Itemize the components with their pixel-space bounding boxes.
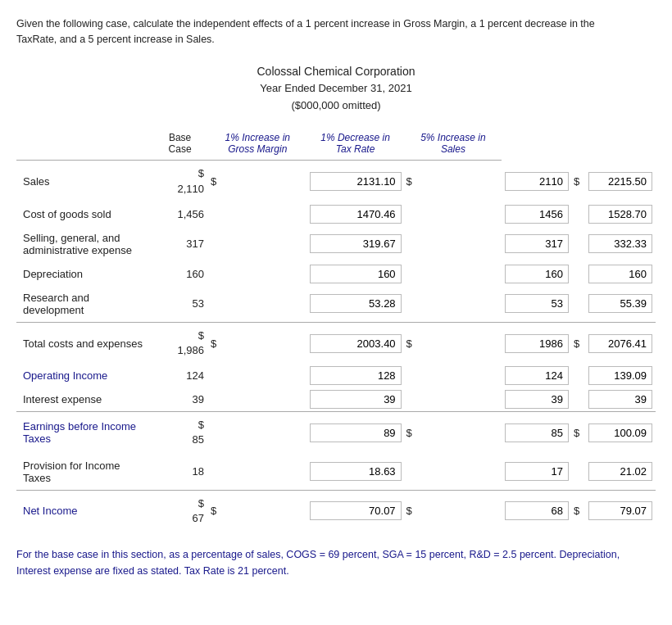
base-val-rnd: 53 <box>151 286 209 323</box>
sales-input-cell-ebt[interactable] <box>585 412 656 454</box>
tax-input-intexp[interactable] <box>505 390 569 409</box>
gross-dollar-intexp <box>209 387 306 412</box>
base-val-total: $1,986 <box>151 322 209 364</box>
gross-input-cell-total[interactable] <box>306 322 405 364</box>
tax-input-ebt[interactable] <box>505 423 569 442</box>
tax-input-cell-total[interactable] <box>502 322 572 364</box>
gross-input-sga[interactable] <box>310 234 402 253</box>
tax-input-sga[interactable] <box>505 234 569 253</box>
tax-dollar-tax <box>405 454 502 491</box>
sales-input-ebt[interactable] <box>588 423 652 442</box>
gross-input-intexp[interactable] <box>310 390 402 409</box>
row-label-sga: Selling, general, and administrative exp… <box>16 226 151 262</box>
gross-input-cell-netinc[interactable] <box>306 490 405 532</box>
gross-dollar-dep <box>209 262 306 286</box>
sales-dollar-ebt: $ <box>572 412 585 454</box>
sales-dollar-opinc <box>572 364 585 387</box>
tax-input-cogs[interactable] <box>505 205 569 224</box>
gross-input-dep[interactable] <box>310 265 402 283</box>
tax-input-cell-netinc[interactable] <box>502 490 572 532</box>
base-val-intexp: 39 <box>151 387 209 412</box>
sales-input-total[interactable] <box>588 334 652 353</box>
gross-input-cell-sga[interactable] <box>306 226 405 262</box>
tax-input-sales[interactable] <box>505 172 569 191</box>
gross-input-cell-ebt[interactable] <box>306 412 405 454</box>
row-label-rnd: Research and development <box>16 286 151 323</box>
sales-input-cell-sales[interactable] <box>585 161 656 202</box>
sales-input-cell-cogs[interactable] <box>585 202 656 226</box>
gross-input-total[interactable] <box>310 334 402 353</box>
sales-input-cell-sga[interactable] <box>585 226 656 262</box>
base-val-cogs: 1,456 <box>151 202 209 226</box>
sales-dollar-sales: $ <box>572 161 585 202</box>
sales-input-dep[interactable] <box>588 265 652 283</box>
gross-input-tax[interactable] <box>310 462 402 481</box>
sales-input-cell-total[interactable] <box>585 322 656 364</box>
gross-input-sales[interactable] <box>310 172 402 191</box>
sales-input-rnd[interactable] <box>588 294 652 313</box>
year-line: Year Ended December 31, 2021 <box>16 80 656 97</box>
gross-dollar-netinc: $ <box>209 490 306 532</box>
gross-input-cogs[interactable] <box>310 205 402 224</box>
tax-input-cell-rnd[interactable] <box>502 286 572 323</box>
sales-dollar-rnd <box>572 286 585 323</box>
tax-input-cell-sga[interactable] <box>502 226 572 262</box>
gross-input-rnd[interactable] <box>310 294 402 313</box>
sales-input-intexp[interactable] <box>588 390 652 409</box>
sales-input-cell-netinc[interactable] <box>585 490 656 532</box>
gross-input-cell-dep[interactable] <box>306 262 405 286</box>
sales-input-tax[interactable] <box>588 462 652 481</box>
tax-input-cell-opinc[interactable] <box>502 364 572 387</box>
gross-input-netinc[interactable] <box>310 501 402 520</box>
gross-input-opinc[interactable] <box>310 366 402 385</box>
sales-input-cell-tax[interactable] <box>585 454 656 491</box>
tax-dollar-netinc: $ <box>405 490 502 532</box>
tax-input-tax[interactable] <box>505 462 569 481</box>
tax-dollar-intexp <box>405 387 502 412</box>
col-header-label <box>16 127 151 161</box>
gross-input-cell-opinc[interactable] <box>306 364 405 387</box>
col-header-tax: 1% Decrease in Tax Rate <box>306 127 405 161</box>
tax-dollar-sga <box>405 226 502 262</box>
tax-input-cell-sales[interactable] <box>502 161 572 202</box>
sales-input-cell-rnd[interactable] <box>585 286 656 323</box>
tax-input-cell-cogs[interactable] <box>502 202 572 226</box>
company-header: Colossal Chemical Corporation Year Ended… <box>16 62 656 115</box>
gross-input-cell-cogs[interactable] <box>306 202 405 226</box>
sales-input-cell-opinc[interactable] <box>585 364 656 387</box>
tax-dollar-ebt: $ <box>405 412 502 454</box>
row-label-dep: Depreciation <box>16 262 151 286</box>
sales-input-sga[interactable] <box>588 234 652 253</box>
gross-input-cell-sales[interactable] <box>306 161 405 202</box>
sales-input-cell-dep[interactable] <box>585 262 656 286</box>
sales-input-cell-intexp[interactable] <box>585 387 656 412</box>
tax-input-cell-dep[interactable] <box>502 262 572 286</box>
tax-input-total[interactable] <box>505 334 569 353</box>
sales-dollar-netinc: $ <box>572 490 585 532</box>
tax-dollar-sales: $ <box>405 161 502 202</box>
tax-input-cell-tax[interactable] <box>502 454 572 491</box>
sales-input-netinc[interactable] <box>588 501 652 520</box>
gross-dollar-total: $ <box>209 322 306 364</box>
tax-dollar-dep <box>405 262 502 286</box>
tax-input-cell-ebt[interactable] <box>502 412 572 454</box>
gross-dollar-tax <box>209 454 306 491</box>
intro-text: Given the following case, calculate the … <box>16 16 623 48</box>
tax-input-dep[interactable] <box>505 265 569 283</box>
gross-input-cell-intexp[interactable] <box>306 387 405 412</box>
gross-input-cell-rnd[interactable] <box>306 286 405 323</box>
sales-input-cogs[interactable] <box>588 205 652 224</box>
sales-input-opinc[interactable] <box>588 366 652 385</box>
base-val-dep: 160 <box>151 262 209 286</box>
gross-input-ebt[interactable] <box>310 423 402 442</box>
sales-input-sales[interactable] <box>588 172 652 191</box>
company-name: Colossal Chemical Corporation <box>16 62 656 80</box>
sales-dollar-intexp <box>572 387 585 412</box>
tax-input-cell-intexp[interactable] <box>502 387 572 412</box>
tax-input-netinc[interactable] <box>505 501 569 520</box>
tax-input-opinc[interactable] <box>505 366 569 385</box>
tax-input-rnd[interactable] <box>505 294 569 313</box>
row-label-cogs: Cost of goods sold <box>16 202 151 226</box>
gross-input-cell-tax[interactable] <box>306 454 405 491</box>
sales-dollar-cogs <box>572 202 585 226</box>
